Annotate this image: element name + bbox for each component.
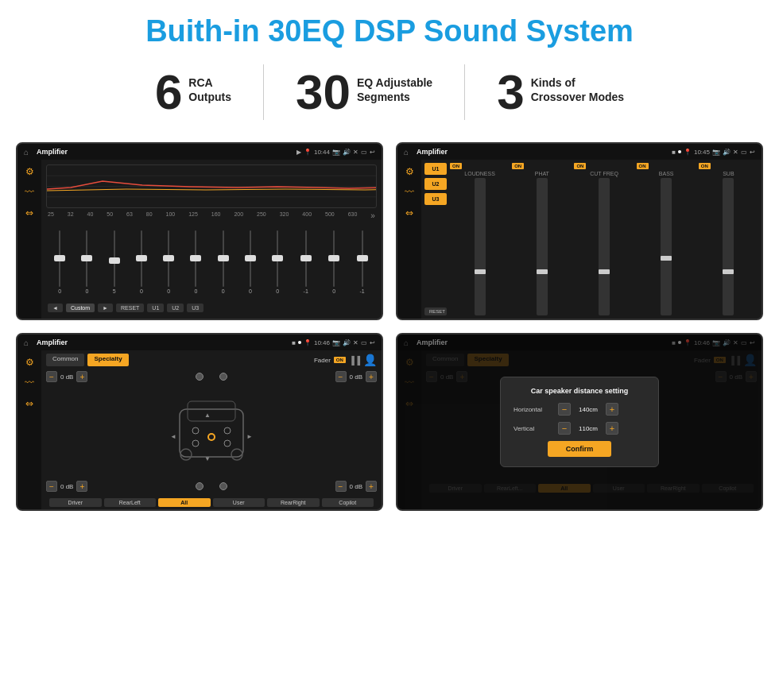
bass-slider[interactable]	[661, 178, 672, 315]
stat-crossover-number: 3	[497, 68, 524, 117]
crossover-u3-btn[interactable]: U3	[424, 193, 447, 205]
fader-rr-plus[interactable]: +	[366, 481, 377, 492]
eq-slider-12[interactable]: -1	[359, 230, 364, 294]
eq-slider-5[interactable]: 0	[167, 230, 170, 294]
fader-content: ⚙ 〰 ⇔ Common Specialty Fader ON ▐▐ 👤	[17, 350, 382, 509]
svg-text:▼: ▼	[204, 455, 211, 462]
crossover-balance-icon[interactable]: ⇔	[405, 207, 413, 219]
fader-home-icon[interactable]: ⌂	[24, 338, 29, 347]
crossover-eq-icon[interactable]: ⚙	[405, 166, 414, 177]
crossover-location: 📍	[684, 149, 692, 156]
eq-custom-btn[interactable]: Custom	[66, 304, 95, 312]
fader-btn-driver[interactable]: Driver	[49, 498, 102, 507]
dialog-vertical-plus[interactable]: +	[606, 422, 618, 435]
eq-slider-10[interactable]: -1	[304, 230, 308, 294]
confirm-button[interactable]: Confirm	[548, 441, 611, 457]
fader-rr-minus[interactable]: −	[335, 481, 347, 492]
eq-sidebar-eq-icon[interactable]: ⚙	[25, 166, 34, 177]
eq-slider-4[interactable]: 0	[140, 230, 143, 294]
phat-on-badge[interactable]: ON	[512, 163, 524, 169]
fader-rl-plus[interactable]: +	[76, 481, 87, 492]
sub-on-badge[interactable]: ON	[699, 163, 711, 169]
fader-btn-rearleft[interactable]: RearLeft	[104, 498, 157, 507]
fader-dot1: ■	[292, 339, 296, 346]
eq-slider-11[interactable]: 0	[332, 230, 335, 294]
fader-location: 📍	[304, 339, 312, 346]
dialog-horizontal-minus[interactable]: −	[558, 403, 571, 416]
home-icon[interactable]: ⌂	[24, 148, 29, 157]
fader-label: Fader	[314, 357, 331, 364]
dialog-vertical-minus[interactable]: −	[558, 422, 571, 435]
fader-btn-rearright[interactable]: RearRight	[267, 498, 320, 507]
sub-slider[interactable]	[723, 178, 734, 315]
eq-slider-1[interactable]: 0	[58, 230, 61, 294]
fader-fl-plus[interactable]: +	[76, 371, 87, 382]
crossover-reset-btn[interactable]: RESET	[424, 307, 447, 315]
eq-u1-btn[interactable]: U1	[147, 304, 164, 312]
screenshot-crossover: ⌂ Amplifier ■ 📍 10:45 📷 🔊 ✕ ▭ ↩ ⚙ 〰 ⇔	[396, 142, 763, 320]
eq-slider-7[interactable]: 0	[222, 230, 225, 294]
eq-slider-8[interactable]: 0	[249, 230, 252, 294]
crossover-u2-btn[interactable]: U2	[424, 178, 447, 190]
fader-btn-all[interactable]: All	[158, 498, 211, 507]
stats-row: 6 RCAOutputs 30 EQ AdjustableSegments 3 …	[0, 56, 779, 134]
crossover-cam: 📷	[712, 149, 720, 156]
phat-slider[interactable]	[537, 178, 548, 315]
cutfreq-on-badge[interactable]: ON	[574, 163, 586, 169]
fader-back[interactable]: ↩	[370, 339, 375, 346]
svg-point-9	[192, 440, 199, 447]
fader-tab-common[interactable]: Common	[46, 354, 84, 366]
eq-slider-2[interactable]: 0	[85, 230, 88, 294]
loudness-on-badge[interactable]: ON	[450, 163, 462, 169]
fader-time: 10:46	[314, 339, 330, 346]
eq-reset-btn[interactable]: RESET	[116, 304, 144, 312]
eq-slider-9[interactable]: 0	[276, 230, 279, 294]
eq-app-name: Amplifier	[37, 148, 292, 156]
dialog-horizontal-plus[interactable]: +	[606, 403, 618, 416]
screenshot-fader: ⌂ Amplifier ■ 📍 10:46 📷 🔊 ✕ ▭ ↩ ⚙ 〰 ⇔	[16, 333, 383, 511]
crossover-wave-icon[interactable]: 〰	[405, 187, 414, 198]
eq-next-btn[interactable]: ►	[98, 304, 113, 312]
crossover-u1-btn[interactable]: U1	[424, 163, 447, 175]
eq-cam-icon: 📷	[332, 149, 340, 156]
eq-sidebar-balance-icon[interactable]: ⇔	[25, 207, 33, 219]
fader-app-name: Amplifier	[37, 338, 287, 346]
crossover-battery: ▭	[741, 149, 747, 156]
crossover-time: 10:45	[694, 149, 710, 156]
eq-u3-btn[interactable]: U3	[187, 304, 203, 312]
eq-u2-btn[interactable]: U2	[167, 304, 184, 312]
eq-back-icon[interactable]: ↩	[370, 149, 375, 156]
channel-bass: ON BASS	[637, 163, 696, 315]
fader-toggle-icon[interactable]: ▐▐	[349, 356, 360, 365]
fader-wave-icon[interactable]: 〰	[25, 377, 34, 389]
loudness-slider[interactable]	[475, 178, 486, 315]
eq-sidebar-wave-icon[interactable]: 〰	[25, 187, 34, 198]
fader-on-badge[interactable]: ON	[334, 357, 346, 363]
eq-freq-labels: 25 32 40 50 63 80 100 125 160 200 250 32…	[46, 211, 377, 220]
eq-bottom-row: ◄ Custom ► RESET U1 U2 U3	[46, 300, 377, 315]
fader-fl-minus[interactable]: −	[46, 371, 57, 382]
cutfreq-slider[interactable]	[599, 178, 610, 315]
fader-eq-icon[interactable]: ⚙	[25, 357, 34, 368]
dialog-horizontal-label: Horizontal	[514, 406, 553, 413]
eq-slider-6[interactable]: 0	[195, 230, 198, 294]
fader-tab-specialty[interactable]: Specialty	[87, 354, 128, 366]
fader-fr-minus[interactable]: −	[335, 371, 347, 382]
fader-balance-icon[interactable]: ⇔	[25, 398, 33, 409]
crossover-home-icon[interactable]: ⌂	[404, 148, 409, 157]
eq-prev-btn[interactable]: ◄	[48, 304, 63, 312]
dialog-title: Car speaker distance setting	[514, 387, 645, 395]
crossover-back[interactable]: ↩	[750, 149, 755, 156]
fader-rl-minus[interactable]: −	[46, 481, 57, 492]
fader-speaker-bottom	[196, 482, 227, 490]
fader-fr-plus[interactable]: +	[366, 371, 377, 382]
eq-curve-svg	[47, 165, 376, 207]
fader-btn-copilot[interactable]: Copilot	[322, 498, 374, 507]
fader-btn-user[interactable]: User	[213, 498, 265, 507]
eq-slider-3[interactable]: 5	[113, 230, 116, 294]
bass-on-badge[interactable]: ON	[637, 163, 649, 169]
stat-rca-text: RCAOutputs	[188, 68, 231, 104]
screenshot-distance: ⌂ Amplifier ■ 📍 10:46 📷 🔊 ✕ ▭ ↩ ⚙ 〰 ⇔	[396, 333, 763, 511]
fader-fl-val: 0 dB	[60, 373, 73, 381]
fader-db-rl: − 0 dB +	[46, 481, 87, 492]
